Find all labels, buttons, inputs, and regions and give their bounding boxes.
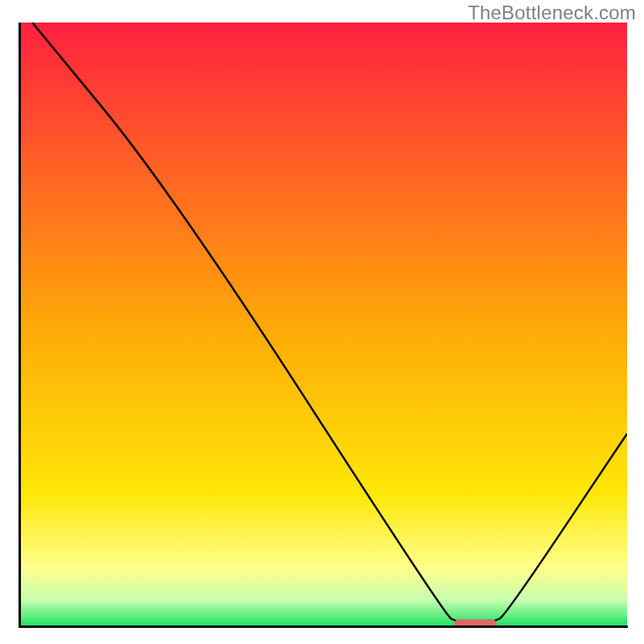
x-axis — [19, 625, 628, 628]
y-axis — [19, 23, 21, 627]
chart-frame: TheBottleneck.com — [0, 0, 644, 644]
watermark-text: TheBottleneck.com — [468, 2, 636, 24]
chart-svg — [20, 23, 627, 627]
background-gradient — [20, 23, 627, 627]
plot-area — [20, 23, 627, 627]
